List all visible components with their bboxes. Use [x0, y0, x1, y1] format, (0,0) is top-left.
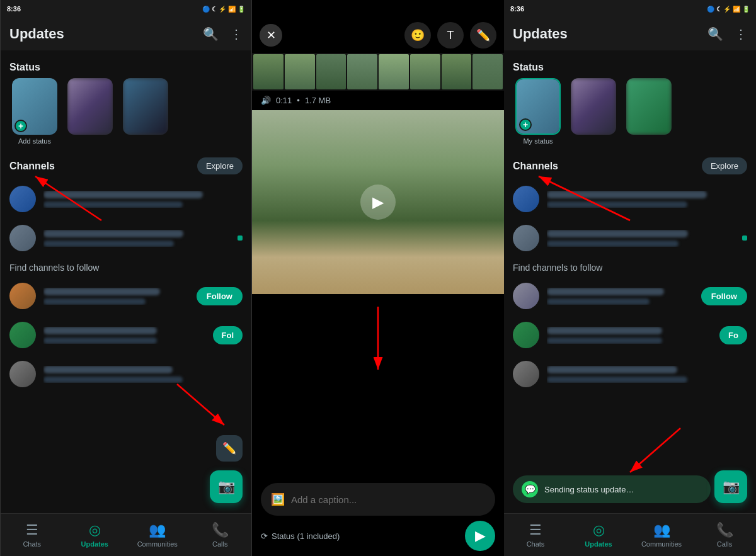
- updates-icon-left: ◎: [89, 522, 101, 538]
- suggestion-item-1-left[interactable]: Follow: [1, 276, 251, 315]
- suggestion-avatar-2-right: [513, 322, 539, 348]
- sug-name-1: [43, 288, 160, 295]
- suggestion-item-2-left[interactable]: Fol: [1, 315, 251, 355]
- nav-chats-right[interactable]: ☰ Chats: [504, 522, 567, 548]
- suggestion-info-2-left: [43, 327, 205, 344]
- sug-name-1-r: [547, 288, 664, 295]
- sug-sub-1: [43, 298, 146, 305]
- my-status-item-right[interactable]: + My status: [513, 78, 563, 145]
- channel-item-1-right[interactable]: [504, 179, 756, 218]
- chats-icon-left: ☰: [26, 522, 38, 538]
- nav-updates-left[interactable]: ◎ Updates: [64, 522, 127, 548]
- suggestion-avatar-3-right: [513, 361, 539, 387]
- editor-tools: 🙂 T ✏️: [404, 22, 496, 48]
- channel-item-2-right[interactable]: [504, 218, 756, 258]
- media-separator: •: [297, 96, 300, 105]
- sending-toast-text: Sending status update…: [544, 485, 634, 494]
- my-status-item-left[interactable]: + Add status: [9, 78, 60, 145]
- status-item-2-left[interactable]: [120, 78, 171, 145]
- status-item-2-right[interactable]: [624, 78, 674, 145]
- channels-header-right: Channels Explore: [504, 152, 756, 179]
- sug-sub-1-r: [547, 298, 650, 305]
- channel-item-1-left[interactable]: [1, 179, 251, 218]
- nav-updates-right[interactable]: ◎ Updates: [567, 522, 630, 548]
- camera-fab-left[interactable]: 📷: [210, 470, 243, 503]
- more-icon-right[interactable]: ⋮: [735, 26, 747, 42]
- sug-sub-2-r: [547, 338, 662, 344]
- status-bar-middle: 8:36: [252, 0, 504, 18]
- follow-btn-1-right[interactable]: Follow: [701, 287, 747, 305]
- status-bar-right: 8:36 🔵 ☾ ⚡ 📶 🔋: [504, 0, 756, 18]
- calls-label-left: Calls: [212, 540, 227, 548]
- status-item-1-right[interactable]: [568, 78, 619, 145]
- suggestion-item-3-right[interactable]: [504, 355, 756, 394]
- channel-name-bar-2: [43, 230, 183, 237]
- communities-label-right: Communities: [641, 540, 682, 548]
- channels-title-left: Channels: [9, 161, 55, 172]
- status-included-text: ⟳ Status (1 included): [261, 531, 340, 541]
- status-avatar-2-right[interactable]: [626, 78, 672, 135]
- add-status-badge-left[interactable]: +: [14, 120, 27, 132]
- nav-communities-left[interactable]: 👥 Communities: [126, 522, 189, 548]
- explore-btn-right[interactable]: Explore: [702, 157, 747, 174]
- bottom-nav-left: ☰ Chats ◎ Updates 👥 Communities 📞 Calls: [1, 513, 251, 556]
- media-info-bar: 🔊 0:11 • 1.7 MB: [252, 91, 504, 110]
- channel-name-bar-1: [43, 191, 203, 198]
- media-size: 1.7 MB: [305, 96, 331, 105]
- content-right: Status + My status: [504, 50, 756, 513]
- chats-label-right: Chats: [527, 540, 545, 548]
- volume-icon: 🔊: [261, 96, 271, 105]
- send-button[interactable]: ▶: [465, 521, 495, 551]
- updates-label-left: Updates: [81, 540, 108, 548]
- ch-sub-bar-2-r: [547, 241, 679, 247]
- suggestion-item-2-right[interactable]: Fo: [504, 315, 756, 355]
- filmstrip-thumb-3: [316, 54, 346, 89]
- text-tool-btn[interactable]: T: [437, 22, 464, 48]
- channel-avatar-1-right: [513, 186, 539, 212]
- status-icons-left: 🔵 ☾ ⚡ 📶 🔋: [202, 6, 245, 13]
- close-button[interactable]: ✕: [260, 24, 282, 47]
- nav-calls-left[interactable]: 📞 Calls: [189, 522, 252, 548]
- nav-communities-right[interactable]: 👥 Communities: [630, 522, 693, 548]
- caption-input[interactable]: [291, 494, 485, 505]
- more-icon-left[interactable]: ⋮: [230, 26, 243, 42]
- caption-gallery-icon: 🖼️: [271, 492, 285, 506]
- search-icon-left[interactable]: 🔍: [203, 26, 219, 42]
- channel-item-2-left[interactable]: [1, 218, 251, 258]
- my-status-avatar-right[interactable]: +: [515, 78, 561, 135]
- follow-btn-1-left[interactable]: Follow: [197, 287, 243, 305]
- bottom-nav-right: ☰ Chats ◎ Updates 👥 Communities 📞 Calls: [504, 513, 756, 556]
- play-button[interactable]: ▶: [360, 184, 396, 220]
- status-section-title-right: Status: [504, 55, 756, 78]
- status-avatar-1-left[interactable]: [67, 78, 113, 135]
- nav-chats-left[interactable]: ☰ Chats: [1, 522, 64, 548]
- filmstrip-thumb-4: [347, 54, 377, 89]
- suggestion-info-1-right: [547, 288, 694, 305]
- suggestion-item-3-left[interactable]: [1, 355, 251, 394]
- sending-toast: 💬 Sending status update…: [513, 475, 711, 503]
- status-avatar-1-right[interactable]: [571, 78, 616, 135]
- status-item-1-left[interactable]: [65, 78, 115, 145]
- suggestion-avatar-1-left: [9, 283, 36, 309]
- updates-label-right: Updates: [585, 540, 612, 548]
- video-preview: ▶: [252, 110, 504, 294]
- channel-info-2-left: [43, 230, 230, 247]
- explore-btn-left[interactable]: Explore: [197, 157, 243, 174]
- follow-btn-2-left[interactable]: Fol: [213, 326, 243, 344]
- suggestion-item-1-right[interactable]: Follow: [504, 276, 756, 315]
- status-avatar-2-left[interactable]: [123, 78, 168, 135]
- media-duration: 0:11: [276, 96, 292, 105]
- sug-sub-2: [43, 338, 157, 344]
- pencil-fab-left[interactable]: ✏️: [216, 435, 243, 462]
- nav-calls-right[interactable]: 📞 Calls: [693, 522, 756, 548]
- my-status-label-right: My status: [523, 137, 553, 145]
- my-status-avatar-left[interactable]: +: [12, 78, 57, 135]
- pencil-tool-btn[interactable]: ✏️: [470, 22, 496, 48]
- add-status-badge-right[interactable]: +: [519, 118, 532, 131]
- camera-fab-right[interactable]: 📷: [714, 470, 747, 503]
- page-title-right: Updates: [513, 26, 568, 42]
- suggestion-info-2-right: [547, 327, 712, 344]
- emoji-tool-btn[interactable]: 🙂: [404, 22, 431, 48]
- search-icon-right[interactable]: 🔍: [707, 26, 723, 42]
- follow-btn-2-right[interactable]: Fo: [719, 326, 747, 344]
